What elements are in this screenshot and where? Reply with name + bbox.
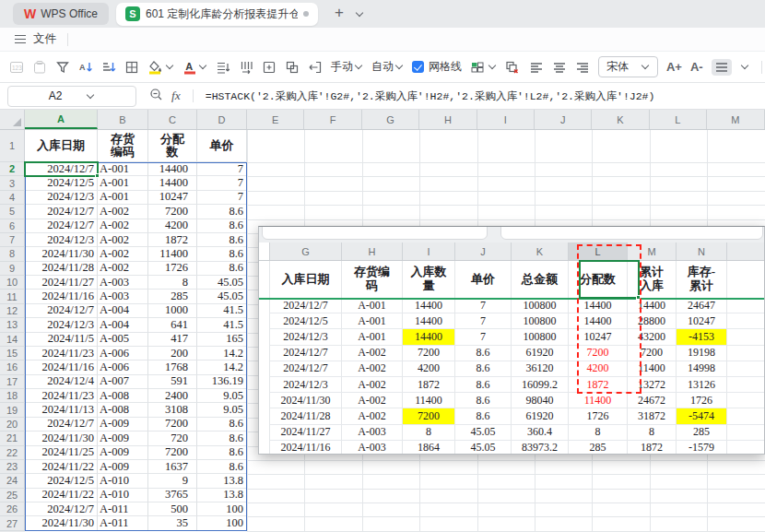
fill-color-chevron-icon[interactable] (166, 62, 173, 69)
cell-price[interactable]: 45.05 (197, 276, 247, 290)
cell-empty[interactable] (727, 361, 765, 377)
cell-qty[interactable]: 3108 (148, 403, 197, 417)
cell-date[interactable]: 2024/11/25 (25, 446, 98, 460)
cell-balance[interactable]: 285 (677, 425, 727, 441)
row-header[interactable]: 4 (0, 191, 25, 205)
cell-amount[interactable]: 360.4 (512, 425, 569, 441)
cell-code[interactable]: A-005 (98, 333, 148, 347)
sort-descending-button[interactable] (101, 60, 116, 75)
row-header[interactable]: 1 (0, 130, 25, 162)
row-header[interactable]: 7 (0, 233, 25, 247)
header-cell-selected[interactable]: 分配数 (569, 261, 628, 298)
cell-balance[interactable]: 14998 (677, 361, 727, 377)
cell-code[interactable]: A-004 (98, 318, 148, 332)
cell-date[interactable]: 2024/12/4 (25, 375, 98, 389)
column-header[interactable]: C (148, 110, 197, 129)
cell-code[interactable]: A-006 (98, 361, 148, 374)
cell-empty[interactable] (727, 377, 765, 393)
row-header[interactable]: 17 (0, 375, 25, 389)
cell-price[interactable]: 8.6 (455, 408, 512, 424)
cell-code[interactable]: A-001 (342, 298, 403, 313)
column-header[interactable]: J (535, 110, 592, 129)
cell-date[interactable]: 2024/11/23 (25, 347, 98, 361)
cell-empty[interactable] (727, 298, 765, 313)
cell-qty[interactable]: 3765 (148, 489, 197, 502)
increase-font-button[interactable]: A+ (666, 60, 682, 74)
cell-price[interactable]: 7 (455, 298, 512, 313)
cell-code[interactable]: A-002 (342, 408, 403, 424)
cell-alloc[interactable]: 1872 (569, 377, 628, 393)
column-header[interactable]: D (197, 110, 247, 129)
column-header[interactable]: G (270, 242, 342, 260)
column-header[interactable]: K (592, 110, 649, 129)
line-spacing-button[interactable] (712, 59, 732, 76)
insert-cells-button[interactable] (262, 60, 277, 75)
column-header[interactable]: L (569, 242, 628, 260)
cell-in-qty[interactable]: 8 (403, 425, 455, 441)
cell-alloc[interactable]: 10247 (569, 329, 628, 345)
cell-code[interactable]: A-002 (98, 219, 148, 233)
delete-object-button[interactable] (505, 60, 521, 75)
cell-qty[interactable]: 10247 (148, 191, 197, 205)
cell-code[interactable]: A-002 (342, 393, 403, 408)
cell-date[interactable]: 2024/11/22 (25, 489, 98, 502)
cell-cumulative[interactable]: 31872 (628, 408, 677, 424)
column-header[interactable]: F (304, 110, 361, 129)
cell-date[interactable]: 2024/11/5 (25, 333, 98, 347)
cell-price[interactable]: 100 (197, 516, 247, 530)
row-header[interactable]: 26 (0, 502, 25, 516)
cell-code[interactable]: A-004 (98, 304, 148, 318)
cell-code[interactable]: A-001 (98, 162, 148, 176)
cell-date[interactable]: 2024/11/13 (25, 403, 98, 417)
cell-alloc[interactable]: 7200 (569, 346, 628, 361)
cell-code[interactable]: A-001 (342, 329, 403, 345)
cell-qty[interactable]: 14400 (148, 162, 197, 176)
cell-qty[interactable]: 1000 (148, 304, 197, 318)
row-header[interactable]: 12 (0, 304, 25, 318)
select-all-corner[interactable] (0, 110, 25, 129)
fx-icon[interactable]: fx (171, 89, 181, 103)
cell-date[interactable]: 2024/12/3 (25, 318, 98, 332)
cell-date[interactable]: 2024/11/16 (25, 290, 98, 303)
column-header[interactable]: I (403, 242, 455, 260)
cell-date[interactable]: 2024/12/3 (270, 329, 342, 345)
cell-qty[interactable]: 641 (148, 318, 197, 332)
cell-date[interactable]: 2024/12/5 (25, 176, 98, 190)
cell-qty[interactable]: 720 (148, 432, 197, 445)
auto-calc-button[interactable]: 自动 (371, 59, 404, 75)
cell-empty[interactable] (727, 441, 765, 455)
cell-qty[interactable]: 1768 (148, 361, 197, 374)
cell-price[interactable]: 8.6 (455, 377, 512, 393)
cell-code[interactable]: A-002 (342, 346, 403, 361)
cell-price[interactable]: 8.6 (455, 393, 512, 408)
cell-qty[interactable]: 417 (148, 333, 197, 347)
cell-empty[interactable] (727, 329, 765, 345)
cell-date[interactable]: 2024/12/7 (270, 346, 342, 361)
header-cell[interactable]: 单价 (455, 261, 512, 298)
cell-price[interactable]: 7 (197, 176, 247, 190)
cell-price[interactable]: 8.6 (197, 418, 247, 432)
cell-date[interactable]: 2024/11/16 (25, 361, 98, 374)
cell-price[interactable]: 7 (197, 162, 247, 176)
cell-price[interactable]: 8.6 (455, 361, 512, 377)
row-header[interactable]: 5 (0, 205, 25, 219)
gridlines-checkbox[interactable]: 网格线 (412, 59, 462, 75)
cell-qty[interactable]: 1872 (148, 233, 197, 247)
column-header[interactable]: A (25, 110, 98, 129)
row-header[interactable]: 3 (0, 176, 25, 190)
cell-price[interactable]: 8.6 (197, 247, 247, 261)
cell-balance[interactable]: 10247 (677, 313, 727, 329)
cell-date[interactable]: 2024/12/7 (25, 502, 98, 516)
cell-amount[interactable]: 100800 (512, 298, 569, 313)
row-header[interactable]: 10 (0, 276, 25, 290)
header-cell[interactable]: 库存-累计 (677, 261, 727, 298)
cell-date[interactable]: 2024/12/7 (270, 298, 342, 313)
cell-in-qty[interactable]: 1872 (403, 377, 455, 393)
cell-date[interactable]: 2024/12/3 (25, 233, 98, 247)
cell-cumulative[interactable]: 1872 (628, 441, 677, 455)
cell-amount[interactable]: 36120 (512, 361, 569, 377)
column-header[interactable]: H (419, 110, 477, 129)
cell-qty[interactable]: 591 (148, 375, 197, 389)
cell-date[interactable]: 2024/12/7 (270, 361, 342, 377)
cell-alloc[interactable]: 285 (569, 441, 628, 455)
